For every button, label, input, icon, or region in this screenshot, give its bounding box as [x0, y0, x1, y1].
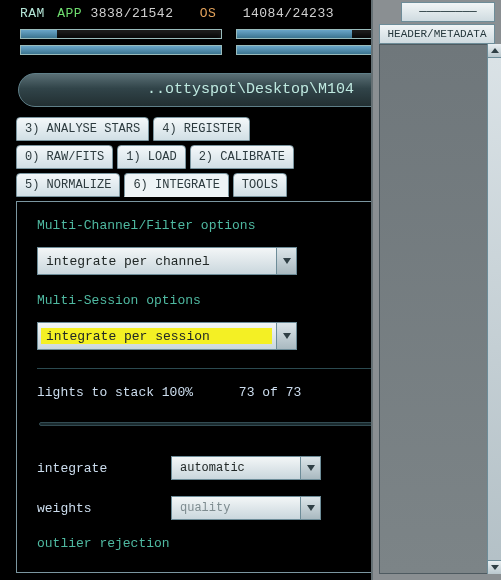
weights-select[interactable]: quality — [171, 496, 321, 520]
chevron-down-icon — [276, 323, 296, 349]
metadata-scrollbar[interactable] — [487, 44, 501, 574]
integrate-mode-label: integrate — [37, 461, 159, 476]
os-value: 14084/24233 — [243, 6, 334, 21]
metadata-pane: ──────── HEADER/METADATA — [371, 0, 501, 580]
metadata-tab-header[interactable]: HEADER/METADATA — [379, 24, 495, 44]
channel-mode-select[interactable]: integrate per channel — [37, 247, 297, 275]
stack-count: 73 of 73 — [239, 385, 301, 400]
ram-label: RAM — [20, 6, 45, 21]
scroll-down-icon[interactable] — [488, 560, 501, 574]
tab-integrate[interactable]: 6) INTEGRATE — [124, 173, 228, 197]
meter-app — [20, 29, 222, 39]
integrate-mode-select[interactable]: automatic — [171, 456, 321, 480]
app-value: 3838/21542 — [90, 6, 173, 21]
tab-raw-fits[interactable]: 0) RAW/FITS — [16, 145, 113, 169]
session-mode-value: integrate per session — [38, 329, 210, 344]
tab-analyse-stars[interactable]: 3) ANALYSE STARS — [16, 117, 149, 141]
tab-tools[interactable]: TOOLS — [233, 173, 287, 197]
tab-normalize[interactable]: 5) NORMALIZE — [16, 173, 120, 197]
app-label: APP — [57, 6, 82, 21]
metadata-body — [379, 44, 497, 574]
integrate-mode-value: automatic — [172, 461, 245, 475]
metadata-tab-upper[interactable]: ──────── — [401, 2, 495, 22]
os-label: OS — [200, 6, 217, 21]
stack-percent-label: lights to stack 100% — [37, 385, 193, 400]
scroll-up-icon[interactable] — [488, 44, 501, 58]
meter-row2-1 — [20, 45, 222, 55]
chevron-down-icon — [300, 457, 320, 479]
channel-mode-value: integrate per channel — [38, 254, 210, 269]
chevron-down-icon — [276, 248, 296, 274]
weights-value: quality — [172, 501, 230, 515]
weights-label: weights — [37, 501, 159, 516]
session-mode-select[interactable]: integrate per session — [37, 322, 297, 350]
chevron-down-icon — [300, 497, 320, 519]
tab-register[interactable]: 4) REGISTER — [153, 117, 250, 141]
tab-calibrate[interactable]: 2) CALIBRATE — [190, 145, 294, 169]
tab-load[interactable]: 1) LOAD — [117, 145, 185, 169]
